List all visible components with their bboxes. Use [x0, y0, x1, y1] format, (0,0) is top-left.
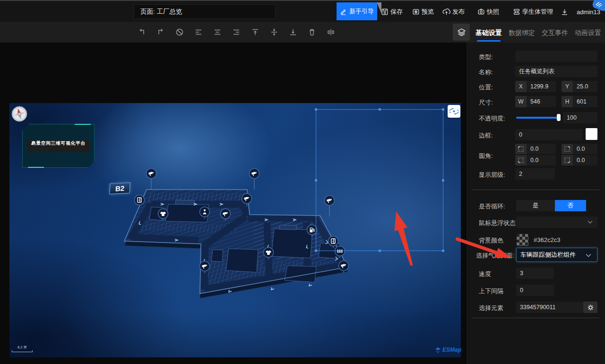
border-label: 边框:: [479, 131, 493, 140]
radius-tl-icon: [515, 144, 527, 154]
download-button[interactable]: [561, 1, 569, 23]
tab-interaction[interactable]: 交互事件: [542, 29, 568, 37]
guide-label: 新手引导: [349, 7, 374, 16]
layers-button[interactable]: [453, 24, 470, 41]
tab-basic-settings[interactable]: 基础设置: [475, 29, 502, 37]
width-input[interactable]: [527, 96, 556, 107]
hover-label: 鼠标悬浮状态: [479, 219, 516, 227]
floor-label[interactable]: B2: [109, 182, 130, 194]
handle-bm[interactable]: [379, 250, 381, 252]
twin-manage-button[interactable]: 孪生体管理: [513, 1, 553, 23]
platform-logo-panel: 易景空间三维可视化平台: [22, 124, 95, 168]
size-label: 尺寸:: [479, 98, 493, 107]
y-input[interactable]: [573, 81, 597, 92]
align-right-icon[interactable]: [232, 28, 241, 36]
name-input[interactable]: [515, 66, 597, 77]
border-color-swatch[interactable]: [586, 128, 597, 140]
hover-state-select[interactable]: [516, 217, 597, 228]
page-name-input[interactable]: [134, 4, 276, 19]
chevron-down-icon: [586, 253, 591, 258]
radius-br-input[interactable]: [573, 155, 597, 165]
rotate-3d-icon: [449, 107, 458, 116]
bg-color-label: 背景颜色: [479, 236, 503, 245]
radius-label: 圆角:: [479, 152, 493, 160]
publish-icon: [442, 8, 450, 16]
border-input[interactable]: [515, 129, 582, 140]
handle-ml[interactable]: [315, 179, 317, 182]
properties-panel: 类型: 名称: 位置: X Y 尺寸: W H 不透明度: 边框: 圆角: 显示…: [466, 43, 605, 364]
handle-br[interactable]: [442, 250, 444, 252]
opacity-input[interactable]: [563, 112, 597, 123]
preview-button[interactable]: 预览: [412, 1, 434, 23]
top-bar: 新手引导 保存 预览 发布 快照 孪生体管理 admin13: [0, 0, 605, 22]
compass-icon[interactable]: [11, 106, 27, 122]
loop-yes-option[interactable]: 是: [516, 200, 555, 211]
y-prefix: Y: [562, 81, 573, 92]
esmap-watermark: ESMap: [435, 347, 461, 353]
esmap-logo-icon: [435, 347, 441, 353]
w-prefix: W: [515, 96, 527, 107]
delete-icon[interactable]: [308, 28, 316, 36]
opacity-slider[interactable]: [516, 117, 560, 119]
element-label: 选择元素: [479, 304, 503, 312]
handle-mr[interactable]: [442, 179, 444, 182]
x-input[interactable]: [527, 81, 556, 92]
align-middle-icon[interactable]: [270, 28, 278, 36]
redo-icon[interactable]: [156, 28, 165, 36]
bubble-page-select[interactable]: 车辆跟踪侧边栏组件: [516, 248, 597, 262]
clear-icon[interactable]: [175, 28, 184, 36]
speed-label: 速度: [479, 270, 491, 278]
handle-tl[interactable]: [315, 108, 317, 111]
speed-input[interactable]: [516, 268, 554, 279]
pencil-icon: [340, 8, 347, 15]
gear-icon: [587, 303, 595, 312]
gap-label: 上下间隔: [479, 287, 503, 295]
save-button[interactable]: 保存: [381, 1, 403, 23]
snapshot-button[interactable]: 快照: [477, 1, 499, 23]
gap-input[interactable]: [516, 285, 554, 296]
divider: [472, 190, 600, 190]
layers-icon: [457, 27, 467, 37]
preview-icon: [412, 8, 420, 16]
layer-input[interactable]: [515, 168, 555, 180]
align-left-icon[interactable]: [194, 28, 203, 36]
radius-tr-input[interactable]: [573, 144, 597, 154]
scale-bar: 8.2 米: [12, 345, 33, 352]
handle-tm[interactable]: [379, 108, 381, 111]
bg-color-value: #362c2c3: [534, 236, 560, 243]
x-prefix: X: [515, 81, 527, 92]
rotate-view-button[interactable]: [448, 105, 460, 118]
camera-marker[interactable]: [250, 169, 259, 190]
align-top-icon[interactable]: [251, 28, 259, 36]
opacity-slider-handle[interactable]: [557, 114, 561, 121]
tab-active-underline: [477, 40, 501, 42]
distribute-icon[interactable]: [327, 28, 335, 36]
radius-bl-input[interactable]: [527, 155, 556, 165]
badge-icon: [594, 0, 604, 9]
tab-animation[interactable]: 动画设置: [575, 29, 601, 37]
publish-button[interactable]: 发布: [442, 1, 465, 23]
bg-color-swatch[interactable]: [517, 234, 528, 246]
type-input[interactable]: [515, 51, 597, 62]
download-icon: [561, 8, 569, 16]
radius-bl-icon: [515, 155, 527, 165]
element-settings-button[interactable]: [583, 302, 597, 313]
tab-data-binding[interactable]: 数据绑定: [509, 29, 535, 37]
undo-icon[interactable]: [138, 28, 146, 36]
align-bottom-icon[interactable]: [289, 28, 297, 36]
username: admin13: [577, 9, 600, 16]
guide-button[interactable]: 新手引导: [337, 2, 377, 20]
align-center-icon[interactable]: [213, 28, 222, 36]
selection-box[interactable]: [316, 109, 443, 251]
canvas-viewport[interactable]: 易景空间三维可视化平台 B2 8.2 米 ESMap: [0, 43, 466, 364]
loop-no-option[interactable]: 否: [555, 200, 586, 211]
radius-tl-input[interactable]: [527, 144, 556, 154]
height-input[interactable]: [573, 96, 597, 107]
camera-marker[interactable]: [147, 169, 156, 190]
name-label: 名称:: [479, 68, 493, 77]
handle-bl[interactable]: [315, 250, 317, 252]
opacity-label: 不透明度:: [479, 114, 505, 123]
handle-tr[interactable]: [442, 108, 444, 111]
element-input[interactable]: [516, 302, 583, 313]
save-icon: [381, 8, 389, 16]
